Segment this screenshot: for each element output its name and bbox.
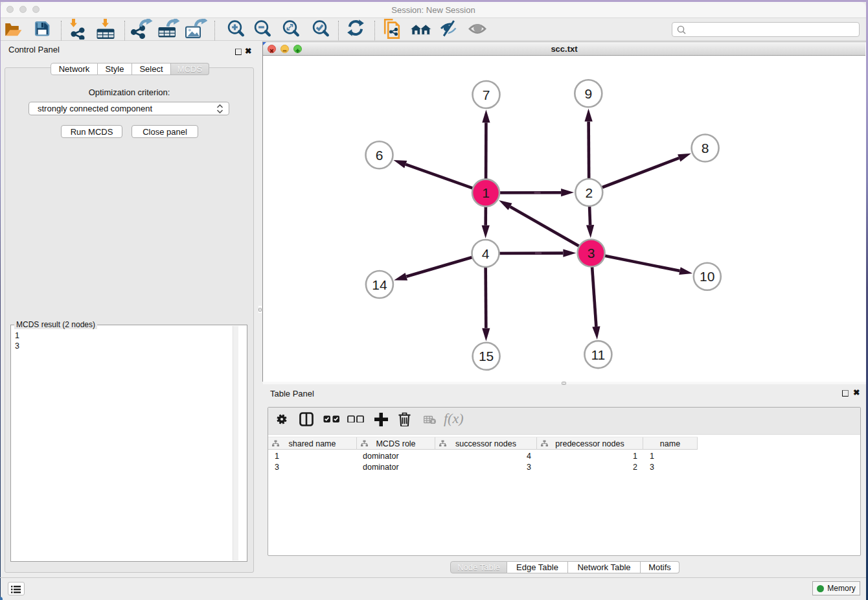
- svg-text:11: 11: [591, 347, 605, 362]
- svg-text:9: 9: [584, 86, 592, 101]
- svg-text:15: 15: [479, 349, 494, 363]
- svg-text:7: 7: [483, 87, 490, 102]
- svg-text:10: 10: [700, 269, 714, 284]
- svg-text:1: 1: [482, 185, 490, 200]
- svg-text:4: 4: [482, 246, 490, 261]
- svg-text:2: 2: [585, 185, 593, 200]
- svg-text:3: 3: [588, 246, 595, 260]
- svg-text:8: 8: [702, 141, 709, 156]
- svg-text:6: 6: [376, 148, 383, 163]
- svg-text:14: 14: [372, 277, 387, 292]
